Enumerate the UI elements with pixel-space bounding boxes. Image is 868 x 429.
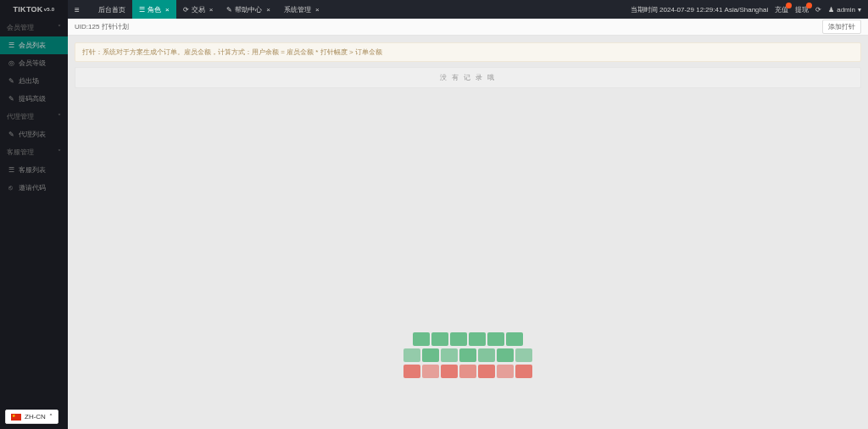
tab[interactable]: ✎帮助中心×	[220, 0, 277, 19]
tab[interactable]: ⟳交易×	[176, 0, 220, 19]
tab-label: 交易	[192, 5, 205, 14]
tab[interactable]: 后台首页	[92, 0, 132, 19]
user-icon: ♟	[828, 6, 834, 14]
user-menu[interactable]: ♟admin ▾	[828, 6, 861, 14]
add-button[interactable]: 添加打针	[822, 20, 861, 34]
chevron-down-icon: ▾	[858, 6, 861, 14]
tab-icon: ☰	[139, 6, 145, 14]
breadcrumb: UID:125 打针计划	[75, 22, 129, 31]
empty-state: 没 有 记 录 哦	[75, 67, 861, 88]
alert-tip: 打针：系统对于方案生成个订单。雇员金额，计算方式：用户余额 = 雇员金额 * 打…	[75, 42, 861, 62]
tab-bar: 后台首页☰角色×⟳交易×✎帮助中心×系统管理×	[92, 0, 326, 19]
tab-close-icon[interactable]: ×	[209, 6, 214, 14]
tab-close-icon[interactable]: ×	[266, 6, 270, 14]
menu-toggle-icon[interactable]: ≡	[75, 5, 86, 14]
tab[interactable]: 系统管理×	[277, 0, 326, 19]
badge-dot	[786, 3, 792, 8]
flag-cn-icon	[11, 414, 21, 421]
tab-label: 角色	[147, 5, 161, 14]
tab-label: 后台首页	[98, 5, 125, 14]
badge-dot	[806, 3, 812, 8]
tab-icon: ⟳	[183, 6, 189, 14]
tab-label: 系统管理	[284, 5, 311, 14]
topup-link[interactable]: 充值	[775, 5, 788, 14]
topbar: ≡ 后台首页☰角色×⟳交易×✎帮助中心×系统管理× 当期时间 2024-07-2…	[68, 0, 868, 19]
tab[interactable]: ☰角色×	[132, 0, 176, 19]
tab-label: 帮助中心	[235, 5, 262, 14]
tab-close-icon[interactable]: ×	[165, 6, 170, 14]
chevron-up-icon: ˄	[49, 413, 53, 421]
tab-close-icon[interactable]: ×	[315, 6, 320, 14]
withdraw-link[interactable]: 提现	[795, 5, 809, 14]
server-time: 当期时间 2024-07-29 12:29:41 Asia/Shanghai	[631, 5, 768, 14]
language-switcher[interactable]: ZH-CN ˄	[5, 410, 58, 424]
main: ≡ 后台首页☰角色×⟳交易×✎帮助中心×系统管理× 当期时间 2024-07-2…	[68, 0, 868, 429]
subbar: UID:125 打针计划 添加打针	[68, 19, 868, 36]
tab-icon: ✎	[226, 6, 232, 14]
watermark	[383, 332, 553, 381]
refresh-icon[interactable]: ⟳	[815, 6, 821, 14]
